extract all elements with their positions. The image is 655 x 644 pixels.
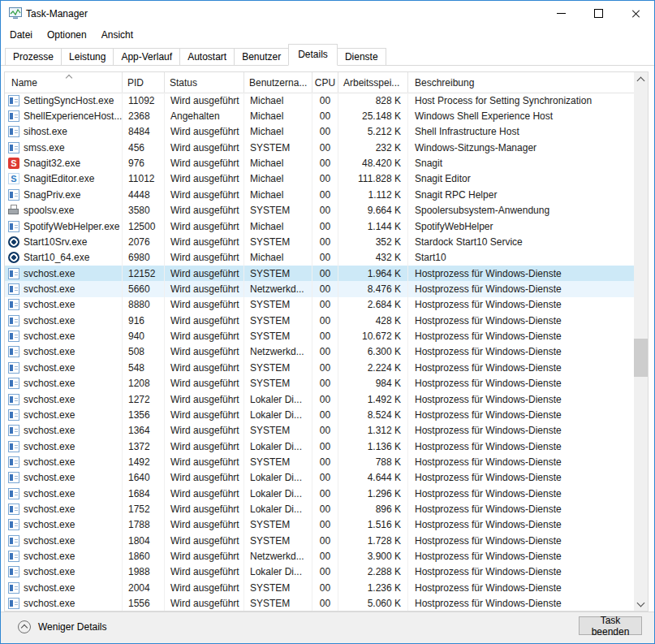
cpu-cell: 00: [312, 407, 338, 422]
table-row[interactable]: svchost.exe 1208 Wird ausgeführt SYSTEM …: [5, 375, 634, 391]
table-row[interactable]: SnagPriv.exe 4448 Wird ausgeführt Michae…: [5, 187, 634, 202]
column-header-cpu[interactable]: CPU: [312, 72, 338, 93]
tab-prozesse[interactable]: Prozesse: [5, 48, 62, 66]
table-row[interactable]: svchost.exe 12152 Wird ausgeführt SYSTEM…: [5, 266, 634, 281]
table-row[interactable]: svchost.exe 1272 Wird ausgeführt Lokaler…: [5, 391, 634, 407]
pid-cell: 6980: [123, 250, 165, 266]
tab-details[interactable]: Details: [288, 44, 338, 66]
scroll-up-button[interactable]: [634, 72, 648, 86]
status-cell: Wird ausgeführt: [165, 140, 244, 155]
tab-autostart[interactable]: Autostart: [179, 48, 235, 66]
table-row[interactable]: Start10_64.exe 6980 Wird ausgeführt Mich…: [5, 250, 634, 266]
memory-cell: 1.964 K: [338, 266, 408, 281]
memory-cell: 9.664 K: [338, 203, 408, 218]
process-name-cell: Start10_64.exe: [5, 250, 123, 266]
app-default-icon: [8, 268, 19, 279]
username-cell: SYSTEM: [244, 375, 312, 391]
process-name-cell: svchost.exe: [5, 407, 123, 422]
vertical-scrollbar[interactable]: [634, 72, 648, 611]
menu-item-optionen[interactable]: Optionen: [40, 27, 94, 43]
process-name-cell: svchost.exe: [5, 423, 123, 439]
pid-cell: 2076: [123, 234, 165, 249]
table-row[interactable]: svchost.exe 1372 Wird ausgeführt Lokaler…: [5, 439, 634, 454]
tab-leistung[interactable]: Leistung: [61, 48, 114, 66]
column-header-mem[interactable]: Arbeitsspei...: [338, 72, 408, 93]
status-cell: Wird ausgeführt: [165, 564, 244, 580]
column-header-status[interactable]: Status: [165, 72, 244, 93]
table-row[interactable]: svchost.exe 1356 Wird ausgeführt Lokaler…: [5, 407, 634, 422]
fewer-details-toggle[interactable]: Weniger Details: [18, 620, 106, 633]
table-row[interactable]: spoolsv.exe 3580 Wird ausgeführt SYSTEM …: [5, 203, 634, 218]
maximize-button[interactable]: [580, 1, 617, 26]
table-row[interactable]: svchost.exe 1804 Wird ausgeführt SYSTEM …: [5, 533, 634, 548]
app-default-icon: [8, 378, 19, 389]
table-row[interactable]: SettingSyncHost.exe 11092 Wird ausgeführ…: [5, 93, 634, 108]
status-cell: Wird ausgeführt: [165, 344, 244, 360]
username-cell: Lokaler Di...: [244, 391, 312, 407]
table-row[interactable]: SpotifyWebHelper.exe 12500 Wird ausgefüh…: [5, 218, 634, 234]
scrollbar-thumb[interactable]: [634, 339, 648, 377]
column-header-pid[interactable]: PID: [123, 72, 165, 93]
minimize-button[interactable]: [542, 1, 580, 26]
username-cell: Michael: [244, 218, 312, 234]
description-cell: Hostprozess für Windows-Dienste: [408, 454, 634, 469]
tab-app-verlauf[interactable]: App-Verlauf: [113, 48, 180, 66]
end-task-button[interactable]: Task beenden: [579, 616, 642, 635]
process-name-cell: svchost.exe: [5, 266, 123, 281]
process-name-cell: svchost.exe: [5, 313, 123, 328]
status-cell: Wird ausgeführt: [165, 297, 244, 313]
close-icon: [631, 9, 640, 19]
cpu-cell: 00: [312, 439, 338, 454]
table-row[interactable]: svchost.exe 1788 Wird ausgeführt SYSTEM …: [5, 517, 634, 533]
description-cell: Hostprozess für Windows-Dienste: [408, 328, 634, 344]
table-row[interactable]: svchost.exe 1556 Wird ausgeführt SYSTEM …: [5, 596, 634, 612]
table-row[interactable]: svchost.exe 1684 Wird ausgeführt Lokaler…: [5, 486, 634, 501]
app-default-icon: [8, 142, 19, 153]
table-row[interactable]: svchost.exe 940 Wird ausgeführt SYSTEM 0…: [5, 328, 634, 344]
username-cell: Netzwerkd...: [244, 344, 312, 360]
table-row[interactable]: svchost.exe 1364 Wird ausgeführt SYSTEM …: [5, 423, 634, 439]
table-row[interactable]: ShellExperienceHost.... 2368 Angehalten …: [5, 108, 634, 123]
memory-cell: 48.420 K: [338, 155, 408, 171]
table-row[interactable]: svchost.exe 2004 Wird ausgeführt SYSTEM …: [5, 580, 634, 595]
table-row[interactable]: svchost.exe 508 Wird ausgeführt Netzwerk…: [5, 344, 634, 360]
username-cell: SYSTEM: [244, 454, 312, 469]
column-header-user[interactable]: Benutzerna...: [244, 72, 312, 93]
close-button[interactable]: [617, 1, 654, 26]
table-row[interactable]: Snagit32.exe 976 Wird ausgeführt Michael…: [5, 155, 634, 171]
table-row[interactable]: sihost.exe 8484 Wird ausgeführt Michael …: [5, 124, 634, 140]
memory-cell: 1.144 K: [338, 218, 408, 234]
app-default-icon: [8, 441, 19, 452]
table-row[interactable]: svchost.exe 1860 Wird ausgeführt Netzwer…: [5, 548, 634, 564]
column-header-name[interactable]: Name: [5, 72, 123, 93]
table-row[interactable]: svchost.exe 548 Wird ausgeführt SYSTEM 0…: [5, 360, 634, 375]
memory-cell: 2.224 K: [338, 360, 408, 375]
scroll-down-button[interactable]: [634, 597, 648, 611]
tab-dienste[interactable]: Dienste: [337, 48, 386, 66]
cpu-cell: 00: [312, 533, 338, 548]
status-cell: Wird ausgeführt: [165, 281, 244, 296]
table-row[interactable]: svchost.exe 5660 Wird ausgeführt Netzwer…: [5, 281, 634, 296]
table-row[interactable]: smss.exe 456 Wird ausgeführt SYSTEM 00 2…: [5, 140, 634, 155]
table-row[interactable]: Start10Srv.exe 2076 Wird ausgeführt SYST…: [5, 234, 634, 249]
table-row[interactable]: svchost.exe 8880 Wird ausgeführt SYSTEM …: [5, 297, 634, 313]
table-row[interactable]: svchost.exe 1640 Wird ausgeführt Lokaler…: [5, 470, 634, 486]
pid-cell: 548: [123, 360, 165, 375]
menu-item-ansicht[interactable]: Ansicht: [94, 27, 140, 43]
pid-cell: 5660: [123, 281, 165, 296]
pid-cell: 940: [123, 328, 165, 344]
cpu-cell: 00: [312, 517, 338, 533]
table-row[interactable]: svchost.exe 916 Wird ausgeführt SYSTEM 0…: [5, 313, 634, 328]
column-header-desc[interactable]: Beschreibung: [408, 72, 634, 93]
table-row[interactable]: svchost.exe 1988 Wird ausgeführt Lokaler…: [5, 564, 634, 580]
username-cell: Lokaler Di...: [244, 470, 312, 486]
pid-cell: 456: [123, 140, 165, 155]
table-row[interactable]: svchost.exe 1492 Wird ausgeführt SYSTEM …: [5, 454, 634, 469]
process-name-cell: svchost.exe: [5, 439, 123, 454]
chevron-down-icon: [637, 599, 645, 607]
menu-item-datei[interactable]: Datei: [2, 27, 40, 43]
process-name-cell: svchost.exe: [5, 281, 123, 296]
table-row[interactable]: svchost.exe 1752 Wird ausgeführt Lokaler…: [5, 501, 634, 516]
table-row[interactable]: SnagitEditor.exe 11012 Wird ausgeführt M…: [5, 171, 634, 187]
tab-benutzer[interactable]: Benutzer: [234, 48, 289, 66]
